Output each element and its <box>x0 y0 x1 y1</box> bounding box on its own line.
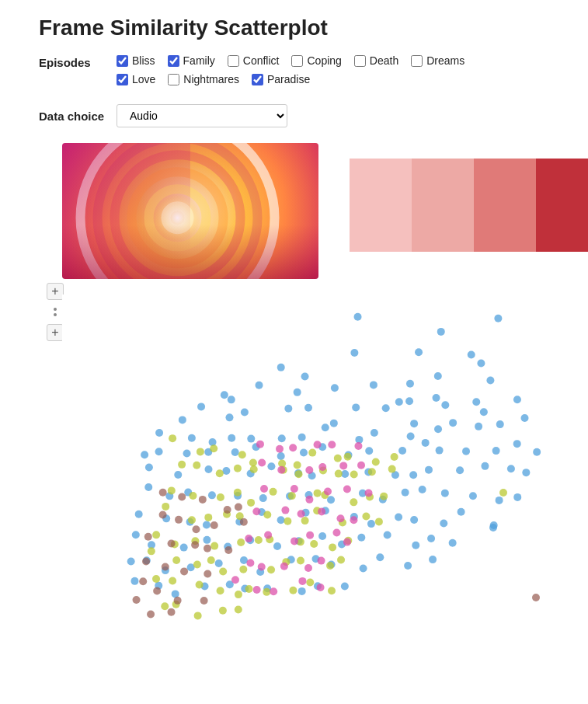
checkbox-item-death[interactable]: Death <box>354 54 398 67</box>
checkbox-family[interactable] <box>168 55 179 67</box>
checkbox-item-nightmares[interactable]: Nightmares <box>168 73 239 85</box>
episodes-label: Episodes <box>39 54 117 69</box>
main-image <box>62 143 318 279</box>
sidebar: + + <box>47 283 64 341</box>
sidebar-plus-bottom[interactable]: + <box>47 324 64 341</box>
scatterplot <box>62 294 588 621</box>
color-swatch <box>350 159 412 252</box>
checkbox-item-paradise[interactable]: Paradise <box>252 73 310 85</box>
sidebar-plus-top[interactable]: + <box>47 283 64 300</box>
checkbox-item-dreams[interactable]: Dreams <box>411 54 464 67</box>
color-swatch <box>412 159 474 252</box>
checkbox-love[interactable] <box>117 74 128 85</box>
checkbox-item-family[interactable]: Family <box>168 54 215 67</box>
checkbox-coping[interactable] <box>291 55 303 67</box>
color-swatch <box>536 159 588 252</box>
checkbox-item-coping[interactable]: Coping <box>291 54 341 67</box>
data-choice-select[interactable]: AudioVideoText <box>117 104 287 127</box>
data-choice-label: Data choice <box>39 110 117 123</box>
checkbox-item-conflict[interactable]: Conflict <box>228 54 280 67</box>
checkbox-item-bliss[interactable]: Bliss <box>117 54 155 67</box>
checkbox-bliss[interactable] <box>117 55 128 67</box>
checkbox-item-love[interactable]: Love <box>117 73 155 85</box>
checkbox-dreams[interactable] <box>411 55 423 67</box>
sidebar-dots <box>54 308 57 316</box>
checkbox-conflict[interactable] <box>228 55 239 67</box>
checkbox-paradise[interactable] <box>252 74 263 85</box>
checkbox-nightmares[interactable] <box>168 74 179 85</box>
checkbox-death[interactable] <box>354 55 366 67</box>
page-title: Frame Similarity Scatterplot <box>39 16 557 40</box>
color-swatches <box>350 159 588 252</box>
color-swatch <box>474 159 536 252</box>
